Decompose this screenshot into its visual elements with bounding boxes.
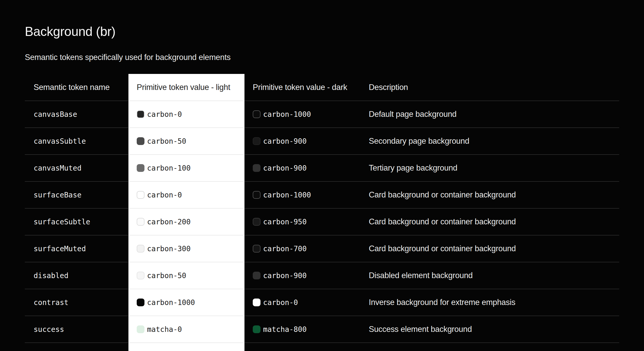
table-row: surfaceBase carbon-0 carbon-1000 Card ba… xyxy=(25,182,619,209)
dark-token-value: carbon-900 xyxy=(263,164,307,172)
token-description: Success element background xyxy=(369,325,472,334)
column-header-description: Description xyxy=(369,83,408,92)
page-subtitle: Semantic tokens specifically used for ba… xyxy=(25,53,231,62)
dark-color-swatch xyxy=(253,325,260,333)
light-token-value: carbon-1000 xyxy=(147,298,195,307)
light-color-swatch xyxy=(137,191,144,199)
token-name: canvasBase xyxy=(34,110,77,119)
light-color-swatch xyxy=(137,272,144,279)
light-token-value: matcha-0 xyxy=(147,325,182,334)
light-color-swatch xyxy=(137,137,144,145)
dark-token-value: carbon-700 xyxy=(263,245,307,253)
dark-color-swatch xyxy=(253,164,260,172)
light-color-swatch xyxy=(137,164,144,172)
light-token-value: carbon-300 xyxy=(147,245,191,253)
dark-token-value: carbon-900 xyxy=(263,271,307,280)
dark-token-value: carbon-1000 xyxy=(263,191,311,199)
dark-color-swatch xyxy=(253,137,260,145)
token-name: success xyxy=(34,325,64,334)
token-description: Secondary page background xyxy=(369,136,469,146)
table-row: contrast carbon-1000 carbon-0 Inverse ba… xyxy=(25,289,619,316)
table-row: canvasBase carbon-0 carbon-1000 Default … xyxy=(25,101,619,128)
table-row: surfaceMuted carbon-300 carbon-700 Card … xyxy=(25,235,619,262)
table-row: success matcha-0 matcha-800 Success elem… xyxy=(25,316,619,343)
light-color-swatch xyxy=(137,218,144,226)
token-name: canvasMuted xyxy=(34,164,81,172)
dark-color-swatch xyxy=(253,110,260,118)
page-title: Background (br) xyxy=(25,24,116,39)
dark-color-swatch xyxy=(253,299,260,306)
token-name: canvasSubtle xyxy=(34,137,86,146)
dark-color-swatch xyxy=(253,272,260,279)
light-color-swatch xyxy=(137,325,144,333)
token-description: Tertiary page background xyxy=(369,163,457,173)
token-description: Disabled element background xyxy=(369,271,473,280)
dark-token-value: carbon-950 xyxy=(263,218,307,226)
table-row: surfaceSubtle carbon-200 carbon-950 Card… xyxy=(25,209,619,235)
light-token-value: carbon-50 xyxy=(147,137,186,146)
token-description: Card background or container background xyxy=(369,190,516,200)
token-name: disabled xyxy=(34,271,68,280)
token-name: surfaceBase xyxy=(34,191,81,199)
light-token-value: carbon-50 xyxy=(147,271,186,280)
column-header-dark: Primitive token value - dark xyxy=(253,83,347,92)
table-row: canvasSubtle carbon-50 carbon-900 Second… xyxy=(25,128,619,155)
table-row: canvasMuted carbon-100 carbon-900 Tertia… xyxy=(25,155,619,182)
dark-token-value: matcha-800 xyxy=(263,325,307,334)
token-name: surfaceMuted xyxy=(34,245,86,253)
dark-color-swatch xyxy=(253,218,260,226)
page: { "page": { "title": "Background (br)", … xyxy=(0,0,644,351)
column-header-light: Primitive token value - light xyxy=(137,83,230,92)
token-description: Card background or container background xyxy=(369,217,516,226)
token-name: surfaceSubtle xyxy=(34,218,90,226)
light-color-swatch xyxy=(137,110,144,118)
light-token-value: carbon-0 xyxy=(147,191,182,199)
dark-token-value: carbon-0 xyxy=(263,298,298,307)
table-header-row: Semantic token name Primitive token valu… xyxy=(25,74,619,101)
dark-color-swatch xyxy=(253,245,260,253)
token-description: Inverse background for extreme emphasis xyxy=(369,298,515,307)
light-token-value: carbon-100 xyxy=(147,164,191,172)
column-header-name: Semantic token name xyxy=(34,83,110,92)
light-token-value: carbon-0 xyxy=(147,110,182,119)
table-row: disabled carbon-50 carbon-900 Disabled e… xyxy=(25,262,619,289)
token-name: contrast xyxy=(34,298,68,307)
token-table: Semantic token name Primitive token valu… xyxy=(25,74,619,351)
dark-token-value: carbon-1000 xyxy=(263,110,311,119)
dark-token-value: carbon-900 xyxy=(263,137,307,146)
light-token-value: carbon-200 xyxy=(147,218,191,226)
light-color-swatch xyxy=(137,299,144,306)
token-description: Default page background xyxy=(369,110,457,119)
dark-color-swatch xyxy=(253,191,260,199)
token-description: Card background or container background xyxy=(369,244,516,253)
light-color-swatch xyxy=(137,245,144,253)
